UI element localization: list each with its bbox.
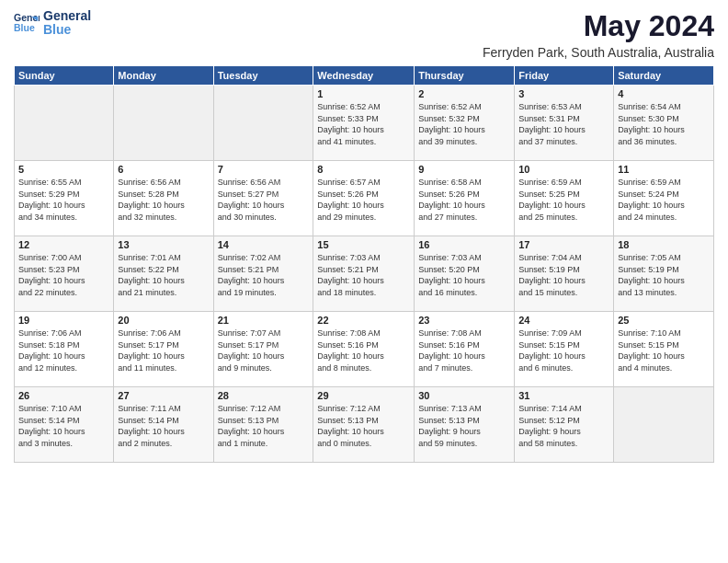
main-title: May 2024 xyxy=(483,9,714,43)
day-number: 24 xyxy=(518,315,609,326)
day-number: 11 xyxy=(618,164,710,175)
day-cell: 14Sunrise: 7:02 AM Sunset: 5:21 PM Dayli… xyxy=(213,236,313,312)
day-number: 30 xyxy=(418,390,510,401)
day-cell: 25Sunrise: 7:10 AM Sunset: 5:15 PM Dayli… xyxy=(614,312,714,387)
day-info: Sunrise: 7:03 AM Sunset: 5:20 PM Dayligh… xyxy=(418,252,510,298)
day-info: Sunrise: 6:54 AM Sunset: 5:30 PM Dayligh… xyxy=(618,101,710,147)
day-number: 8 xyxy=(317,164,410,175)
day-info: Sunrise: 7:10 AM Sunset: 5:15 PM Dayligh… xyxy=(618,327,710,373)
week-row-1: 1Sunrise: 6:52 AM Sunset: 5:33 PM Daylig… xyxy=(15,86,714,161)
day-info: Sunrise: 6:59 AM Sunset: 5:24 PM Dayligh… xyxy=(618,177,710,223)
day-cell: 29Sunrise: 7:12 AM Sunset: 5:13 PM Dayli… xyxy=(313,387,415,463)
week-row-2: 5Sunrise: 6:55 AM Sunset: 5:29 PM Daylig… xyxy=(15,161,714,236)
page: General Blue General Blue May 2024 Ferry… xyxy=(0,0,728,563)
day-cell: 8Sunrise: 6:57 AM Sunset: 5:26 PM Daylig… xyxy=(313,161,415,236)
day-cell: 5Sunrise: 6:55 AM Sunset: 5:29 PM Daylig… xyxy=(15,161,114,236)
day-cell: 1Sunrise: 6:52 AM Sunset: 5:33 PM Daylig… xyxy=(313,86,415,161)
header-cell-friday: Friday xyxy=(515,66,614,86)
day-number: 26 xyxy=(18,390,109,401)
day-number: 12 xyxy=(18,239,109,250)
day-number: 6 xyxy=(118,164,209,175)
day-info: Sunrise: 7:12 AM Sunset: 5:13 PM Dayligh… xyxy=(218,403,310,449)
day-info: Sunrise: 7:04 AM Sunset: 5:19 PM Dayligh… xyxy=(518,252,609,298)
day-info: Sunrise: 6:52 AM Sunset: 5:32 PM Dayligh… xyxy=(418,101,510,147)
day-number: 25 xyxy=(618,315,710,326)
day-cell xyxy=(15,86,114,161)
day-cell xyxy=(213,86,313,161)
day-info: Sunrise: 7:11 AM Sunset: 5:14 PM Dayligh… xyxy=(118,403,209,449)
day-cell: 15Sunrise: 7:03 AM Sunset: 5:21 PM Dayli… xyxy=(313,236,415,312)
day-number: 20 xyxy=(118,315,209,326)
header-row: SundayMondayTuesdayWednesdayThursdayFrid… xyxy=(15,66,714,86)
day-cell: 28Sunrise: 7:12 AM Sunset: 5:13 PM Dayli… xyxy=(213,387,313,463)
day-number: 1 xyxy=(317,88,410,99)
svg-text:Blue: Blue xyxy=(14,22,35,33)
day-cell: 20Sunrise: 7:06 AM Sunset: 5:17 PM Dayli… xyxy=(114,312,213,387)
day-cell: 30Sunrise: 7:13 AM Sunset: 5:13 PM Dayli… xyxy=(415,387,515,463)
title-block: May 2024 Ferryden Park, South Australia,… xyxy=(483,9,714,60)
day-number: 19 xyxy=(18,315,109,326)
day-cell: 3Sunrise: 6:53 AM Sunset: 5:31 PM Daylig… xyxy=(515,86,614,161)
day-cell xyxy=(614,387,714,463)
header-cell-sunday: Sunday xyxy=(15,66,114,86)
header-cell-monday: Monday xyxy=(114,66,213,86)
day-cell: 18Sunrise: 7:05 AM Sunset: 5:19 PM Dayli… xyxy=(614,236,714,312)
day-info: Sunrise: 7:14 AM Sunset: 5:12 PM Dayligh… xyxy=(518,403,609,449)
calendar-body: 1Sunrise: 6:52 AM Sunset: 5:33 PM Daylig… xyxy=(15,86,714,463)
day-number: 16 xyxy=(418,239,510,250)
day-cell: 17Sunrise: 7:04 AM Sunset: 5:19 PM Dayli… xyxy=(515,236,614,312)
day-cell: 26Sunrise: 7:10 AM Sunset: 5:14 PM Dayli… xyxy=(15,387,114,463)
header-cell-thursday: Thursday xyxy=(415,66,515,86)
day-info: Sunrise: 7:06 AM Sunset: 5:18 PM Dayligh… xyxy=(18,327,109,373)
day-number: 14 xyxy=(218,239,310,250)
day-number: 7 xyxy=(218,164,310,175)
day-info: Sunrise: 6:56 AM Sunset: 5:27 PM Dayligh… xyxy=(218,177,310,223)
day-cell: 23Sunrise: 7:08 AM Sunset: 5:16 PM Dayli… xyxy=(415,312,515,387)
day-cell: 12Sunrise: 7:00 AM Sunset: 5:23 PM Dayli… xyxy=(15,236,114,312)
day-cell: 24Sunrise: 7:09 AM Sunset: 5:15 PM Dayli… xyxy=(515,312,614,387)
day-cell xyxy=(114,86,213,161)
day-number: 2 xyxy=(418,88,510,99)
day-info: Sunrise: 7:01 AM Sunset: 5:22 PM Dayligh… xyxy=(118,252,209,298)
day-cell: 11Sunrise: 6:59 AM Sunset: 5:24 PM Dayli… xyxy=(614,161,714,236)
day-number: 17 xyxy=(518,239,609,250)
day-number: 4 xyxy=(618,88,710,99)
day-number: 15 xyxy=(317,239,410,250)
day-number: 29 xyxy=(317,390,410,401)
day-info: Sunrise: 7:05 AM Sunset: 5:19 PM Dayligh… xyxy=(618,252,710,298)
day-info: Sunrise: 7:13 AM Sunset: 5:13 PM Dayligh… xyxy=(418,403,510,449)
day-info: Sunrise: 7:08 AM Sunset: 5:16 PM Dayligh… xyxy=(418,327,510,373)
day-cell: 27Sunrise: 7:11 AM Sunset: 5:14 PM Dayli… xyxy=(114,387,213,463)
day-number: 28 xyxy=(218,390,310,401)
day-info: Sunrise: 7:02 AM Sunset: 5:21 PM Dayligh… xyxy=(218,252,310,298)
day-info: Sunrise: 6:58 AM Sunset: 5:26 PM Dayligh… xyxy=(418,177,510,223)
week-row-4: 19Sunrise: 7:06 AM Sunset: 5:18 PM Dayli… xyxy=(15,312,714,387)
day-number: 18 xyxy=(618,239,710,250)
day-info: Sunrise: 6:59 AM Sunset: 5:25 PM Dayligh… xyxy=(518,177,609,223)
day-cell: 19Sunrise: 7:06 AM Sunset: 5:18 PM Dayli… xyxy=(15,312,114,387)
day-number: 27 xyxy=(118,390,209,401)
day-cell: 2Sunrise: 6:52 AM Sunset: 5:32 PM Daylig… xyxy=(415,86,515,161)
day-cell: 9Sunrise: 6:58 AM Sunset: 5:26 PM Daylig… xyxy=(415,161,515,236)
day-number: 3 xyxy=(518,88,609,99)
day-number: 31 xyxy=(518,390,609,401)
day-info: Sunrise: 7:09 AM Sunset: 5:15 PM Dayligh… xyxy=(518,327,609,373)
logo-icon: General Blue xyxy=(14,10,40,36)
day-cell: 6Sunrise: 6:56 AM Sunset: 5:28 PM Daylig… xyxy=(114,161,213,236)
day-number: 9 xyxy=(418,164,510,175)
day-cell: 22Sunrise: 7:08 AM Sunset: 5:16 PM Dayli… xyxy=(313,312,415,387)
day-cell: 31Sunrise: 7:14 AM Sunset: 5:12 PM Dayli… xyxy=(515,387,614,463)
day-info: Sunrise: 6:53 AM Sunset: 5:31 PM Dayligh… xyxy=(518,101,609,147)
day-cell: 10Sunrise: 6:59 AM Sunset: 5:25 PM Dayli… xyxy=(515,161,614,236)
day-info: Sunrise: 6:52 AM Sunset: 5:33 PM Dayligh… xyxy=(317,101,410,147)
day-info: Sunrise: 7:10 AM Sunset: 5:14 PM Dayligh… xyxy=(18,403,109,449)
day-info: Sunrise: 7:00 AM Sunset: 5:23 PM Dayligh… xyxy=(18,252,109,298)
week-row-5: 26Sunrise: 7:10 AM Sunset: 5:14 PM Dayli… xyxy=(15,387,714,463)
calendar-header: SundayMondayTuesdayWednesdayThursdayFrid… xyxy=(15,66,714,86)
day-number: 22 xyxy=(317,315,410,326)
day-cell: 21Sunrise: 7:07 AM Sunset: 5:17 PM Dayli… xyxy=(213,312,313,387)
day-number: 5 xyxy=(18,164,109,175)
day-cell: 16Sunrise: 7:03 AM Sunset: 5:20 PM Dayli… xyxy=(415,236,515,312)
day-info: Sunrise: 7:03 AM Sunset: 5:21 PM Dayligh… xyxy=(317,252,410,298)
calendar-table: SundayMondayTuesdayWednesdayThursdayFrid… xyxy=(14,65,714,463)
